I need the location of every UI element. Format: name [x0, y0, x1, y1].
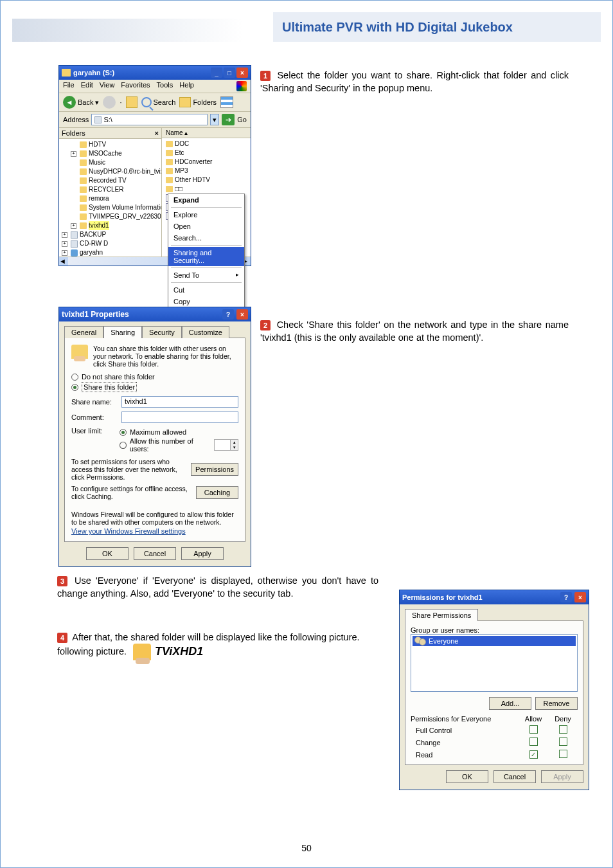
radio-allow-n[interactable]: Allow this number of users: ▴▾ [120, 437, 238, 453]
share-name-label: Share name: [71, 398, 116, 406]
tab-general[interactable]: General [64, 326, 103, 338]
explorer-titlebar[interactable]: garyahn (S:) _ □ × [59, 66, 251, 80]
explorer-toolbar: ◄Back ▾ · Search Folders [59, 93, 251, 112]
permissions-titlebar[interactable]: Permissions for tvixhd1 ? × [400, 590, 589, 604]
views-button[interactable] [220, 96, 233, 108]
step4-paragraph: 4 After that, the shared folder will be … [57, 631, 378, 660]
shared-folder-icon [133, 644, 151, 660]
banner-gradient [12, 19, 244, 42]
perm-for-label: Permissions for Everyone [411, 715, 519, 723]
sep: · [120, 98, 121, 106]
change-allow-checkbox[interactable] [529, 737, 538, 746]
forward-button[interactable] [103, 96, 116, 109]
radio-max-allowed[interactable]: Maximum allowed [120, 428, 238, 436]
users-listbox[interactable]: Everyone [411, 634, 578, 692]
search-button[interactable]: Search [141, 97, 176, 107]
properties-apply-button[interactable]: Apply [181, 547, 224, 560]
address-label: Address [63, 116, 89, 123]
step1-text: Select the folder you want to share. Rig… [260, 70, 569, 93]
explorer-title: garyahn (S:) [73, 69, 114, 77]
close-button[interactable]: × [236, 68, 248, 78]
ctx-search[interactable]: Search... [168, 232, 244, 244]
ctx-explore[interactable]: Explore [168, 209, 244, 221]
allow-header: Allow [519, 715, 548, 723]
user-limit-label: User limit: [71, 427, 114, 435]
maximize-button[interactable]: □ [224, 68, 235, 78]
step3-text: Use 'Everyone' if 'Everyone' is displaye… [57, 575, 378, 599]
menu-favorites[interactable]: Favorites [121, 81, 150, 91]
caching-button[interactable]: Caching [196, 486, 238, 499]
properties-dialog: tvixhd1 Properties ? × General Sharing S… [58, 307, 251, 567]
folder-tree[interactable]: HDTV +MSOCache Music NusyDHCP-0.6\rc-bin… [59, 139, 161, 257]
add-button[interactable]: Add... [489, 697, 531, 710]
full-deny-checkbox[interactable] [559, 725, 567, 734]
properties-titlebar[interactable]: tvixhd1 Properties ? × [59, 307, 251, 321]
menu-view[interactable]: View [100, 81, 115, 91]
ctx-copy[interactable]: Copy [168, 296, 244, 307]
permissions-button[interactable]: Permissions [191, 463, 238, 476]
tab-security[interactable]: Security [142, 326, 182, 338]
permissions-ok-button[interactable]: OK [446, 770, 488, 783]
help-button[interactable]: ? [222, 309, 234, 320]
share-name-input[interactable]: tvixhd1 [121, 396, 238, 408]
permissions-cancel-button[interactable]: Cancel [493, 770, 536, 783]
sharing-intro: You can share this folder with other use… [93, 345, 238, 368]
perm-row-change: Change [411, 737, 578, 747]
ctx-cut[interactable]: Cut [168, 284, 244, 296]
tree-selected-tvixhd1: tvixhd1 [89, 221, 109, 230]
ctx-expand[interactable]: Expand [168, 194, 244, 206]
properties-cancel-button[interactable]: Cancel [134, 547, 176, 560]
go-label: Go [237, 116, 247, 123]
properties-close-button[interactable]: × [236, 309, 248, 320]
radio-off-icon [71, 374, 78, 381]
shared-folder-label: TViXHD1 [155, 646, 203, 658]
properties-ok-button[interactable]: OK [86, 547, 129, 560]
properties-title: tvixhd1 Properties [62, 310, 129, 319]
menu-edit[interactable]: Edit [81, 81, 93, 91]
folders-button[interactable]: Folders [179, 97, 217, 107]
ctx-sharing-security[interactable]: Sharing and Security... [168, 247, 244, 266]
firewall-text: Windows Firewall will be configured to a… [71, 511, 238, 526]
folders-close-icon[interactable]: × [155, 129, 159, 137]
radio-do-not-share[interactable]: Do not share this folder [71, 373, 238, 381]
users-icon [414, 637, 426, 646]
remove-button[interactable]: Remove [535, 697, 578, 710]
permissions-close-button[interactable]: × [574, 592, 586, 602]
address-input[interactable]: S:\ [91, 114, 208, 125]
full-allow-checkbox[interactable] [529, 725, 538, 734]
comment-input[interactable] [121, 411, 238, 423]
user-everyone[interactable]: Everyone [413, 636, 576, 646]
change-deny-checkbox[interactable] [559, 737, 567, 746]
permissions-help-button[interactable]: ? [560, 592, 572, 602]
go-button[interactable]: ➔ [222, 114, 235, 125]
tab-sharing[interactable]: Sharing [103, 326, 142, 338]
permissions-apply-button[interactable]: Apply [541, 770, 583, 783]
up-button[interactable] [126, 96, 138, 108]
share-hand-icon [71, 345, 88, 359]
read-deny-checkbox[interactable] [559, 750, 567, 758]
perm-row-read: Read [411, 750, 578, 759]
ctx-open[interactable]: Open [168, 221, 244, 232]
minimize-button[interactable]: _ [211, 68, 222, 78]
step4-badge: 4 [57, 633, 67, 643]
address-dropdown[interactable]: ▾ [210, 114, 219, 125]
page-number: 50 [1, 843, 612, 853]
read-allow-checkbox[interactable] [529, 750, 538, 759]
tab-share-permissions[interactable]: Share Permissions [405, 609, 478, 621]
user-count-spinner[interactable]: ▴▾ [214, 439, 238, 451]
permissions-text: To set permissions for users who access … [71, 458, 187, 481]
ctx-send-to[interactable]: Send To [168, 269, 244, 281]
menu-tools[interactable]: Tools [157, 81, 173, 91]
header-banner: Ultimate PVR with HD Digital Jukebox [12, 12, 601, 48]
properties-tabs: General Sharing Security Customize [59, 321, 251, 338]
tab-customize[interactable]: Customize [182, 326, 229, 338]
back-button[interactable]: ◄Back ▾ [63, 96, 99, 109]
name-column[interactable]: Name [166, 129, 183, 136]
radio-share-this[interactable]: Share this folder [71, 382, 238, 392]
drive-icon [94, 116, 102, 123]
menu-help[interactable]: Help [179, 81, 194, 91]
firewall-link[interactable]: View your Windows Firewall settings [71, 527, 186, 535]
group-label: Group or user names: [411, 626, 578, 634]
menu-file[interactable]: File [63, 81, 75, 91]
permissions-title: Permissions for tvixhd1 [402, 593, 483, 601]
